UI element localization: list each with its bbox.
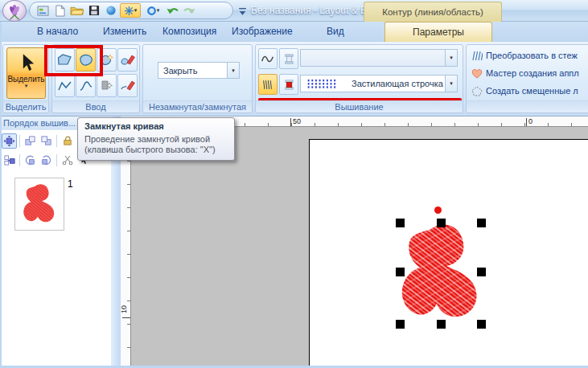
selection-handle-w[interactable] <box>396 268 405 276</box>
close-path-combobox[interactable]: Закрыть ▾ <box>158 62 240 79</box>
group-label-input: Ввод <box>52 100 139 112</box>
application-window: ▾ ▾ Без названия - Layout & E... Контур … <box>0 0 588 368</box>
title-bar: ▾ ▾ Без названия - Layout & E... Контур … <box>0 0 588 22</box>
crocus-flower-icon <box>6 2 23 20</box>
selection-handle-s[interactable] <box>437 320 446 329</box>
group-label-open-closed: Незамкнутая/замкнутая <box>143 100 252 112</box>
group-open-closed: Закрыть ▾ Незамкнутая/замкнутая <box>142 44 253 113</box>
combo-dropdown-button[interactable]: ▾ <box>445 76 457 92</box>
h-ruler-label-50: 50 <box>293 117 301 125</box>
line-stitch-combobox[interactable]: ▾ <box>300 49 458 67</box>
tooltip: Замкнутая кривая Проведение замкнутой кр… <box>77 117 235 161</box>
selection-handle-sw[interactable] <box>396 320 405 329</box>
move-up-order-icon[interactable] <box>23 133 38 149</box>
group-actions: Преобразовать в стеж Мастер создания апп… <box>466 44 588 113</box>
quick-access-toolbar: ▾ ▾ <box>29 2 233 19</box>
tooltip-shortcut: (клавиша быстрого вызова: "X") <box>84 145 228 155</box>
heart-icon <box>471 68 483 79</box>
separator <box>56 154 57 166</box>
dropdown-caret-icon: ▾ <box>450 55 453 60</box>
move-down-order-icon[interactable] <box>39 133 54 149</box>
dropdown-caret-icon: ▾ <box>232 68 235 73</box>
rotate-forward-icon[interactable] <box>39 153 54 168</box>
tooltip-description: Проведение замкнутой кривой <box>84 134 228 145</box>
dropdown-caret-icon: ▾ <box>134 8 138 13</box>
tab-edit[interactable]: Изменить <box>95 22 154 42</box>
qat-overflow-button[interactable] <box>238 6 248 16</box>
create-offset-lines-button[interactable]: Создать смещенные л <box>471 84 588 98</box>
realistic-view-split-button[interactable]: ▾ <box>142 3 163 18</box>
tab-home[interactable]: В начало <box>29 22 86 42</box>
group-label-select: Выделить <box>3 100 48 112</box>
dropdown-caret-icon: ▾ <box>25 84 28 88</box>
combo-dropdown-button[interactable]: ▾ <box>445 50 457 66</box>
h-ruler-label-0: 0 <box>528 117 532 125</box>
stitch-star-icon <box>124 6 134 16</box>
red-box-annotation <box>44 45 103 76</box>
tooltip-title: Замкнутая кривая <box>84 121 228 131</box>
dropdown-caret-icon: ▾ <box>157 8 160 13</box>
group-label-embroidery: Вышивание <box>256 100 463 112</box>
separator <box>19 154 20 166</box>
scissors-icon[interactable] <box>60 153 75 168</box>
selection-handle-nw[interactable] <box>396 219 405 227</box>
sew-order-insert-icon[interactable] <box>2 153 17 168</box>
closed-freehand-tool[interactable] <box>117 48 138 72</box>
select-tool-button[interactable]: Выделить ▾ <box>6 47 46 99</box>
open-freehand-tool[interactable] <box>117 74 138 97</box>
action-label: Создать смещенные л <box>486 86 578 96</box>
redo-icon[interactable] <box>182 3 197 18</box>
region-sew-type-button[interactable] <box>258 74 278 95</box>
combo-value: Закрыть <box>158 66 227 76</box>
fill-stitch-combobox[interactable]: Застилающая строчка ▾ <box>300 75 458 92</box>
dropdown-caret-icon: ▾ <box>450 81 453 86</box>
line-color-spool-button[interactable] <box>279 48 298 69</box>
stitches-icon <box>471 51 483 61</box>
pattern-thumbnail-shape <box>21 182 58 226</box>
tab-image[interactable]: Изображение <box>224 22 301 42</box>
action-label: Мастер создания аппл <box>486 68 579 78</box>
tab-view[interactable]: Вид <box>319 22 352 42</box>
fill-stitch-value: Застилающая строчка <box>347 79 445 88</box>
new-document-icon[interactable] <box>52 3 68 18</box>
contextual-tab-group-header: Контур (линия/область) <box>364 2 502 22</box>
open-semiauto-tool[interactable] <box>97 74 117 97</box>
open-file-icon[interactable] <box>69 3 84 18</box>
design-settings-icon[interactable] <box>35 3 51 18</box>
ring-icon <box>146 6 157 16</box>
offset-pentagon-icon <box>471 86 483 96</box>
selection-handle-ne[interactable] <box>477 219 486 227</box>
selection-handle-se[interactable] <box>477 320 486 329</box>
open-curve-tool[interactable] <box>76 74 96 97</box>
design-canvas[interactable] <box>131 127 588 366</box>
combo-dropdown-button[interactable]: ▾ <box>227 63 239 78</box>
sewing-order-toolbar-row1 <box>2 133 75 149</box>
zoom-fit-icon[interactable] <box>2 133 17 149</box>
region-color-spool-button[interactable] <box>279 74 298 95</box>
convert-to-stitches-button[interactable]: Преобразовать в стеж <box>471 48 588 63</box>
h-ruler-major-tick <box>526 118 527 126</box>
thumbnail-order-number: 1 <box>68 178 73 190</box>
stitch-view-split-button[interactable]: ▾ <box>120 3 141 18</box>
sewing-order-thumbnail[interactable] <box>14 178 64 231</box>
rotation-handle[interactable] <box>434 206 442 214</box>
save-icon[interactable] <box>86 3 101 18</box>
rotate-back-icon[interactable] <box>23 153 38 168</box>
lock-icon[interactable] <box>60 133 75 149</box>
embroidery-object[interactable] <box>397 220 484 326</box>
group-select: Выделить ▾ Выделить <box>2 44 49 113</box>
undo-icon[interactable] <box>165 3 180 18</box>
v-ruler-ticks <box>127 138 130 366</box>
tab-parameters-active[interactable]: Параметры <box>384 22 492 42</box>
tab-composition[interactable]: Композиция <box>154 22 224 42</box>
open-polyline-tool[interactable] <box>55 74 75 97</box>
selection-handle-n[interactable] <box>437 219 446 227</box>
v-ruler-label-10: 10 <box>120 305 128 313</box>
applique-wizard-button[interactable]: Мастер создания аппл <box>471 66 588 80</box>
design-page-property-icon[interactable] <box>103 3 118 18</box>
selection-handle-e[interactable] <box>477 268 486 276</box>
application-menu-button[interactable] <box>2 0 27 22</box>
window-title: Без названия - Layout & E... <box>251 5 375 16</box>
v-ruler-major-tick <box>122 317 130 318</box>
line-sew-type-button[interactable] <box>258 48 278 69</box>
